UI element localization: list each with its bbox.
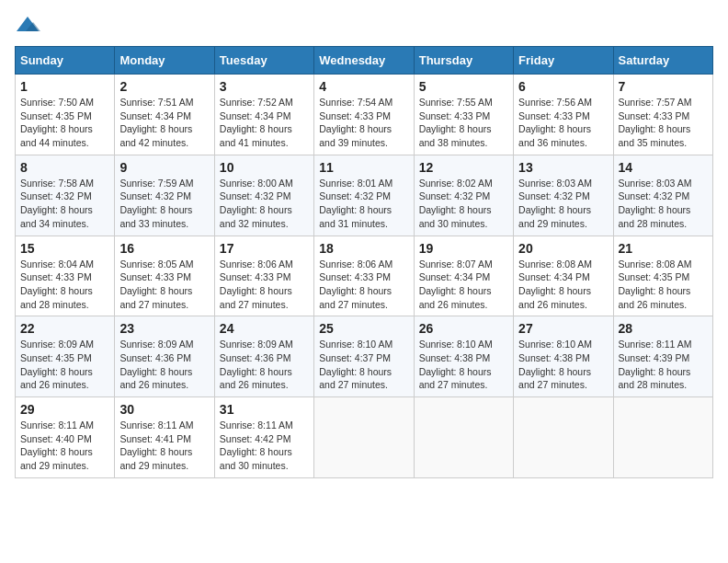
day-number: 5	[419, 79, 508, 94]
week-row-3: 15 Sunrise: 8:04 AM Sunset: 4:33 PM Dayl…	[16, 236, 713, 316]
calendar-cell: 30 Sunrise: 8:11 AM Sunset: 4:41 PM Dayl…	[115, 397, 214, 478]
calendar-cell: 25 Sunrise: 8:10 AM Sunset: 4:37 PM Dayl…	[314, 316, 414, 397]
day-details: Sunrise: 7:54 AM Sunset: 4:33 PM Dayligh…	[319, 96, 408, 150]
day-details: Sunrise: 8:09 AM Sunset: 4:36 PM Dayligh…	[220, 338, 309, 392]
calendar-cell: 18 Sunrise: 8:06 AM Sunset: 4:33 PM Dayl…	[314, 236, 414, 316]
day-number: 16	[119, 241, 209, 256]
calendar-cell: 15 Sunrise: 8:04 AM Sunset: 4:33 PM Dayl…	[16, 236, 115, 316]
day-details: Sunrise: 7:51 AM Sunset: 4:34 PM Dayligh…	[119, 96, 209, 150]
day-number: 22	[20, 321, 109, 336]
day-number: 12	[419, 160, 508, 175]
col-header-monday: Monday	[115, 47, 214, 75]
day-number: 18	[319, 241, 408, 256]
col-header-tuesday: Tuesday	[214, 47, 313, 75]
day-details: Sunrise: 8:03 AM Sunset: 4:32 PM Dayligh…	[619, 177, 708, 231]
day-number: 7	[619, 79, 708, 94]
col-header-friday: Friday	[514, 47, 613, 75]
day-number: 14	[619, 160, 708, 175]
day-number: 15	[20, 241, 109, 256]
day-number: 31	[220, 402, 309, 417]
day-details: Sunrise: 8:09 AM Sunset: 4:35 PM Dayligh…	[20, 338, 109, 392]
day-details: Sunrise: 7:52 AM Sunset: 4:34 PM Dayligh…	[220, 96, 309, 150]
day-details: Sunrise: 8:02 AM Sunset: 4:32 PM Dayligh…	[419, 177, 508, 231]
calendar-cell: 9 Sunrise: 7:59 AM Sunset: 4:32 PM Dayli…	[115, 155, 214, 236]
day-details: Sunrise: 7:50 AM Sunset: 4:35 PM Dayligh…	[20, 96, 109, 150]
day-number: 29	[20, 402, 109, 417]
week-row-2: 8 Sunrise: 7:58 AM Sunset: 4:32 PM Dayli…	[16, 155, 713, 236]
calendar-cell: 12 Sunrise: 8:02 AM Sunset: 4:32 PM Dayl…	[414, 155, 513, 236]
calendar-cell: 5 Sunrise: 7:55 AM Sunset: 4:33 PM Dayli…	[414, 75, 513, 155]
day-details: Sunrise: 8:11 AM Sunset: 4:39 PM Dayligh…	[619, 338, 708, 392]
calendar-cell: 7 Sunrise: 7:57 AM Sunset: 4:33 PM Dayli…	[613, 75, 712, 155]
day-details: Sunrise: 7:55 AM Sunset: 4:33 PM Dayligh…	[419, 96, 508, 150]
calendar-cell: 11 Sunrise: 8:01 AM Sunset: 4:32 PM Dayl…	[314, 155, 414, 236]
calendar-cell: 27 Sunrise: 8:10 AM Sunset: 4:38 PM Dayl…	[514, 316, 613, 397]
day-number: 21	[619, 241, 708, 256]
day-number: 10	[220, 160, 309, 175]
header	[15, 15, 713, 35]
day-number: 1	[20, 79, 109, 94]
day-number: 30	[119, 402, 209, 417]
day-details: Sunrise: 8:06 AM Sunset: 4:33 PM Dayligh…	[220, 258, 309, 312]
col-header-saturday: Saturday	[613, 47, 712, 75]
calendar-cell	[414, 397, 513, 478]
day-number: 6	[518, 79, 608, 94]
calendar-cell: 8 Sunrise: 7:58 AM Sunset: 4:32 PM Dayli…	[16, 155, 115, 236]
day-number: 24	[220, 321, 309, 336]
day-details: Sunrise: 8:05 AM Sunset: 4:33 PM Dayligh…	[119, 258, 209, 312]
day-number: 8	[20, 160, 109, 175]
day-details: Sunrise: 8:11 AM Sunset: 4:42 PM Dayligh…	[220, 419, 309, 473]
calendar-cell: 4 Sunrise: 7:54 AM Sunset: 4:33 PM Dayli…	[314, 75, 414, 155]
calendar-cell: 16 Sunrise: 8:05 AM Sunset: 4:33 PM Dayl…	[115, 236, 214, 316]
day-details: Sunrise: 7:57 AM Sunset: 4:33 PM Dayligh…	[619, 96, 708, 150]
day-number: 9	[119, 160, 209, 175]
day-details: Sunrise: 8:01 AM Sunset: 4:32 PM Dayligh…	[319, 177, 408, 231]
day-details: Sunrise: 7:59 AM Sunset: 4:32 PM Dayligh…	[119, 177, 209, 231]
calendar-cell: 22 Sunrise: 8:09 AM Sunset: 4:35 PM Dayl…	[16, 316, 115, 397]
day-number: 26	[419, 321, 508, 336]
day-number: 17	[220, 241, 309, 256]
day-details: Sunrise: 8:10 AM Sunset: 4:38 PM Dayligh…	[419, 338, 508, 392]
calendar-cell: 1 Sunrise: 7:50 AM Sunset: 4:35 PM Dayli…	[16, 75, 115, 155]
calendar-cell: 10 Sunrise: 8:00 AM Sunset: 4:32 PM Dayl…	[214, 155, 313, 236]
calendar-cell: 13 Sunrise: 8:03 AM Sunset: 4:32 PM Dayl…	[514, 155, 613, 236]
day-details: Sunrise: 8:06 AM Sunset: 4:33 PM Dayligh…	[319, 258, 408, 312]
day-number: 13	[518, 160, 608, 175]
day-number: 20	[518, 241, 608, 256]
col-header-wednesday: Wednesday	[314, 47, 414, 75]
week-row-1: 1 Sunrise: 7:50 AM Sunset: 4:35 PM Dayli…	[16, 75, 713, 155]
calendar-cell: 3 Sunrise: 7:52 AM Sunset: 4:34 PM Dayli…	[214, 75, 313, 155]
calendar-cell: 21 Sunrise: 8:08 AM Sunset: 4:35 PM Dayl…	[613, 236, 712, 316]
calendar-cell: 28 Sunrise: 8:11 AM Sunset: 4:39 PM Dayl…	[613, 316, 712, 397]
col-header-thursday: Thursday	[414, 47, 513, 75]
day-number: 28	[619, 321, 708, 336]
day-number: 23	[119, 321, 209, 336]
calendar-cell: 19 Sunrise: 8:07 AM Sunset: 4:34 PM Dayl…	[414, 236, 513, 316]
day-details: Sunrise: 8:08 AM Sunset: 4:34 PM Dayligh…	[518, 258, 608, 312]
day-details: Sunrise: 8:11 AM Sunset: 4:41 PM Dayligh…	[119, 419, 209, 473]
day-details: Sunrise: 8:09 AM Sunset: 4:36 PM Dayligh…	[119, 338, 209, 392]
week-row-5: 29 Sunrise: 8:11 AM Sunset: 4:40 PM Dayl…	[16, 397, 713, 478]
calendar-cell: 6 Sunrise: 7:56 AM Sunset: 4:33 PM Dayli…	[514, 75, 613, 155]
day-details: Sunrise: 8:04 AM Sunset: 4:33 PM Dayligh…	[20, 258, 109, 312]
col-header-sunday: Sunday	[16, 47, 115, 75]
day-details: Sunrise: 8:11 AM Sunset: 4:40 PM Dayligh…	[20, 419, 109, 473]
calendar-cell	[314, 397, 414, 478]
calendar-cell: 24 Sunrise: 8:09 AM Sunset: 4:36 PM Dayl…	[214, 316, 313, 397]
day-number: 19	[419, 241, 508, 256]
calendar-cell: 26 Sunrise: 8:10 AM Sunset: 4:38 PM Dayl…	[414, 316, 513, 397]
calendar-cell: 2 Sunrise: 7:51 AM Sunset: 4:34 PM Dayli…	[115, 75, 214, 155]
day-number: 4	[319, 79, 408, 94]
day-details: Sunrise: 8:10 AM Sunset: 4:37 PM Dayligh…	[319, 338, 408, 392]
day-number: 25	[319, 321, 408, 336]
calendar-cell: 17 Sunrise: 8:06 AM Sunset: 4:33 PM Dayl…	[214, 236, 313, 316]
week-row-4: 22 Sunrise: 8:09 AM Sunset: 4:35 PM Dayl…	[16, 316, 713, 397]
day-number: 11	[319, 160, 408, 175]
calendar-cell: 14 Sunrise: 8:03 AM Sunset: 4:32 PM Dayl…	[613, 155, 712, 236]
calendar-cell	[514, 397, 613, 478]
calendar-cell	[613, 397, 712, 478]
day-details: Sunrise: 7:56 AM Sunset: 4:33 PM Dayligh…	[518, 96, 608, 150]
day-details: Sunrise: 7:58 AM Sunset: 4:32 PM Dayligh…	[20, 177, 109, 231]
calendar-table: SundayMondayTuesdayWednesdayThursdayFrid…	[15, 46, 713, 478]
logo-icon	[15, 15, 40, 35]
